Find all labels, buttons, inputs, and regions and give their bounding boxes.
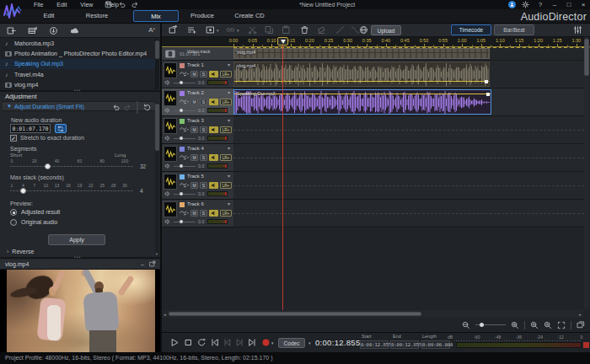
video-track-row[interactable]: vlog.mp4 [233, 47, 584, 61]
import-media-icon[interactable] [7, 26, 16, 35]
play-button[interactable] [170, 338, 180, 347]
mute-button[interactable]: M [190, 126, 198, 133]
solo-button[interactable]: S [200, 71, 207, 78]
chevron-down-icon[interactable]: ▾ [228, 89, 230, 95]
chevron-down-icon[interactable]: ▾ [228, 117, 230, 123]
max-slack-slider-track[interactable] [10, 190, 133, 191]
preview-radio[interactable] [10, 209, 17, 216]
export-icon[interactable] [169, 25, 178, 35]
speaker-button[interactable] [209, 182, 218, 189]
track-row[interactable] [233, 144, 584, 172]
save-icon[interactable] [105, 1, 113, 8]
track-header-track-5[interactable]: Track 5▾▾MSLR+0.0 [162, 172, 233, 200]
segments-slider-handle[interactable] [45, 163, 51, 169]
menu-file[interactable]: File [29, 1, 48, 8]
video-preview[interactable] [0, 270, 160, 352]
track-header-track-4[interactable]: Track 4▾▾MSLR+0.0 [162, 144, 233, 172]
adjustment-scrollbar[interactable]: ▼ [155, 102, 159, 255]
track-row[interactable] [233, 200, 584, 228]
speaker-button[interactable] [209, 154, 218, 161]
settings-gear-icon[interactable] [522, 1, 530, 8]
reverse-section-header[interactable]: ›Reverse [7, 249, 34, 254]
max-slack-slider-handle[interactable] [20, 188, 26, 194]
speaker-button[interactable] [209, 126, 218, 133]
timecode-button[interactable]: Timecode [451, 24, 491, 35]
apply-button[interactable]: Apply [48, 234, 105, 245]
codec-dropdown-icon[interactable]: ▾ [308, 340, 311, 345]
selected-audio-clip[interactable]: Speaking Out.mp3 [233, 89, 491, 115]
fit-timeline-icon[interactable] [557, 321, 566, 329]
file-list-scrollbar[interactable] [155, 39, 159, 89]
volume-slider[interactable] [174, 166, 196, 167]
track-row[interactable] [233, 116, 584, 144]
menu-edit[interactable]: Edit [51, 1, 72, 8]
chevron-down-icon[interactable]: ▾ [228, 201, 230, 206]
envelope-icon[interactable]: ▾ [180, 70, 189, 78]
envelope-icon[interactable]: ▾ [180, 153, 189, 161]
upload-button[interactable]: Upload [371, 25, 401, 35]
paste-icon[interactable] [282, 25, 291, 35]
tab-restore[interactable]: Restore [78, 10, 116, 22]
record-options-icon[interactable]: ▾ [271, 340, 274, 345]
file-item[interactable]: Photo Animation _ PhotoDirector Photo Ed… [0, 48, 156, 58]
detach-timeline-icon[interactable] [577, 321, 585, 329]
step-backward-button[interactable] [223, 338, 232, 347]
video-track-header[interactable]: Video track01:07.361 [162, 47, 233, 61]
delete-icon[interactable] [300, 25, 309, 35]
solo-button[interactable]: S [200, 210, 207, 217]
volume-slider[interactable] [174, 83, 196, 83]
track-row[interactable] [233, 172, 584, 200]
solo-button[interactable]: S [200, 99, 207, 105]
reset-icon[interactable] [143, 104, 151, 111]
speaker-button[interactable] [209, 71, 218, 78]
mixer-icon[interactable] [573, 25, 582, 35]
dropdown-icon[interactable]: ▾ [237, 28, 239, 33]
maximize-icon[interactable]: □ [565, 1, 573, 8]
segments-slider-track[interactable] [10, 166, 133, 167]
mute-button[interactable]: M [190, 71, 198, 78]
close-icon[interactable]: × [579, 1, 587, 8]
zoom-in-icon[interactable] [511, 321, 519, 329]
volume-keyframe-handle[interactable] [486, 93, 490, 96]
redo-icon[interactable] [124, 104, 131, 111]
volume-slider[interactable] [174, 194, 196, 195]
import-video-icon[interactable] [28, 26, 37, 35]
cut-icon[interactable] [248, 25, 257, 35]
mute-button[interactable]: M [190, 154, 198, 161]
codec-button[interactable]: Codec [278, 338, 305, 348]
undo-icon[interactable] [118, 1, 126, 8]
account-icon[interactable] [508, 1, 516, 8]
pan-button[interactable]: LR+ [220, 182, 232, 189]
cloud-icon[interactable] [70, 26, 79, 35]
zoom-out-icon[interactable] [462, 321, 470, 329]
scroll-left-icon[interactable]: ◂ [162, 312, 168, 317]
track-header-track-1[interactable]: Track 1▾▾MSLR+0.0 [162, 61, 233, 88]
mute-button[interactable]: M [190, 182, 198, 189]
file-item[interactable]: ♪Travel.m4a [0, 69, 156, 79]
pan-button[interactable]: LR+ [220, 71, 232, 78]
duration-input[interactable]: 0:01:07.170 [10, 124, 51, 133]
zoom-selection-icon[interactable] [530, 321, 539, 329]
video-clip[interactable]: vlog.mp4 [233, 48, 490, 59]
minimize-preview-icon[interactable]: – [141, 261, 144, 267]
step-forward-button[interactable] [235, 338, 244, 347]
zoom-fit-selection-icon[interactable] [544, 321, 552, 329]
copy-icon[interactable] [265, 25, 274, 35]
tab-edit[interactable]: Edit [34, 10, 64, 22]
envelope-icon[interactable]: ▾ [180, 209, 189, 217]
undo-icon[interactable] [112, 104, 120, 111]
help-icon[interactable]: ? [536, 1, 544, 8]
divider-grip[interactable]: ••• [74, 88, 81, 93]
dropdown-icon[interactable]: ▾ [217, 28, 219, 33]
popout-preview-icon[interactable] [149, 260, 156, 267]
volume-slider[interactable] [174, 222, 196, 222]
pan-button[interactable]: LR+ [220, 210, 232, 217]
new-track-icon[interactable] [187, 25, 196, 35]
chevron-down-icon[interactable]: ▾ [228, 62, 230, 67]
timeline-vertical-scrollbar[interactable] [584, 37, 589, 308]
solo-button[interactable]: S [200, 182, 207, 189]
scroll-right-icon[interactable]: ▸ [577, 312, 583, 317]
track-header-track-2[interactable]: Track 2▾▾MSLR+0.0 [162, 88, 233, 116]
clip-volume-line[interactable] [234, 81, 489, 82]
go-to-end-button[interactable] [248, 338, 257, 347]
